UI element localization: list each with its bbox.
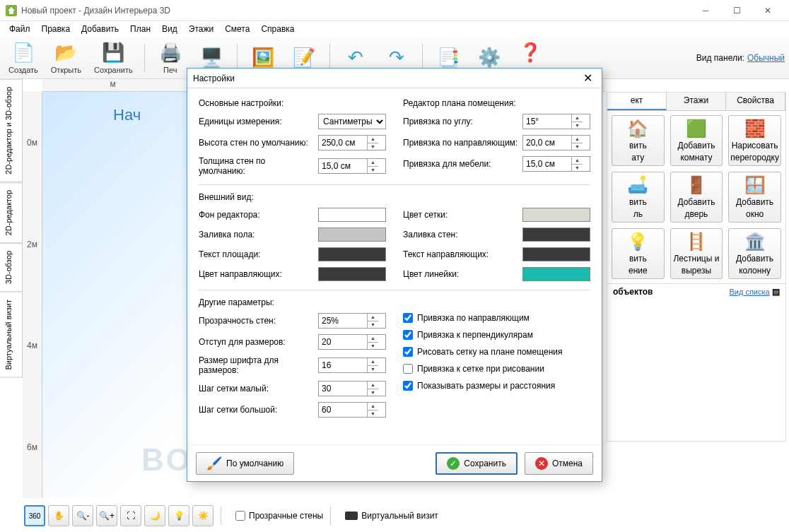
chk-snap-perp[interactable]: Привязка к перпендикулярам [403, 330, 590, 340]
spinner[interactable]: ▲▼ [367, 335, 378, 349]
tab-project[interactable]: ект [607, 93, 667, 110]
spinner[interactable]: ▲▼ [367, 314, 378, 328]
pal-add-furniture-partial[interactable]: 🛋️витьль [612, 172, 665, 223]
close-button[interactable]: ✕ [752, 0, 783, 21]
tab-floors[interactable]: Этажи [667, 93, 726, 110]
section-plan: Редактор плана помещения: [403, 98, 590, 108]
spinner[interactable]: ▲▼ [571, 114, 583, 129]
moon-icon: 🌙 [150, 511, 160, 521]
tab-properties[interactable]: Свойства [726, 93, 785, 110]
save-button[interactable]: ✓Сохранить [436, 452, 518, 475]
dialog-close-button[interactable]: ✕ [579, 70, 596, 87]
menu-floors[interactable]: Этажи [184, 23, 218, 35]
notes-button[interactable]: 📝 [286, 45, 322, 71]
pal-add-window[interactable]: 🪟Добавитьокно [728, 172, 781, 223]
grid-big-input[interactable]: ▲▼ [318, 402, 386, 418]
create-button[interactable]: 📄Создать [4, 40, 42, 76]
spinner[interactable]: ▲▼ [367, 403, 378, 417]
defaults-button[interactable]: 🖌️По умолчанию [196, 452, 294, 475]
list-view-link[interactable]: Вид списка [729, 288, 769, 296]
tab-2d[interactable]: 2D-редактор [0, 182, 23, 243]
spinner[interactable]: ▲▼ [367, 136, 378, 150]
room-icon: 🏠 [627, 119, 648, 138]
zoom-fit-button[interactable]: ⛶ [120, 505, 141, 526]
tab-3d[interactable]: 3D-обзор [0, 243, 23, 292]
pal-add-column[interactable]: 🏛️Добавитьколонну [728, 228, 781, 279]
dim-offset-input[interactable]: ▲▼ [318, 334, 386, 350]
undo-button[interactable]: ↶ [337, 45, 374, 71]
tab-virtual[interactable]: Виртуальный визит [0, 292, 23, 378]
pal-add-room[interactable]: 🟩Добавитькомнату [670, 115, 723, 166]
picture-icon: 🖼️ [252, 47, 274, 69]
grid-small-input[interactable]: ▲▼ [318, 381, 386, 396]
wall-thickness-input[interactable]: ▲▼ [318, 158, 386, 174]
pan-button[interactable]: ✋ [48, 505, 69, 526]
wall-fill-swatch[interactable] [522, 227, 590, 242]
catalog-body[interactable] [607, 300, 785, 441]
dialog-titlebar: Настройки ✕ [187, 69, 602, 88]
save-button[interactable]: 💾Сохранить [90, 40, 137, 76]
units-select[interactable]: Сантиметры [318, 114, 386, 129]
guide-text-swatch[interactable] [522, 247, 590, 261]
floor-color-swatch[interactable] [318, 227, 386, 242]
moon-button[interactable]: 🌙 [144, 505, 165, 526]
zoom-out-button[interactable]: 🔍- [72, 505, 93, 526]
snap-furniture-input[interactable]: ▲▼ [522, 156, 590, 172]
menu-plan[interactable]: План [125, 23, 156, 35]
menu-estimate[interactable]: Смета [220, 23, 255, 35]
panel-mode-link[interactable]: Обычный [747, 53, 785, 63]
menu-add[interactable]: Добавить [76, 23, 124, 35]
brush-icon: 🖌️ [206, 456, 222, 471]
new-file-icon: 📄 [12, 42, 35, 64]
wall-height-input[interactable]: ▲▼ [318, 135, 386, 150]
screen-button[interactable]: 🖥️ [193, 45, 230, 71]
print-button[interactable]: 🖨️Печ [152, 40, 189, 76]
spinner[interactable]: ▲▼ [367, 382, 378, 396]
spinner[interactable]: ▲▼ [367, 358, 378, 372]
virtual-visit-button[interactable]: Виртуальный визит [345, 511, 438, 521]
list-view-icon[interactable]: ▤ [772, 287, 780, 297]
open-button[interactable]: 📂Открыть [47, 40, 86, 76]
chk-snap-guides[interactable]: Привязка по направляющим [403, 313, 590, 323]
cancel-button[interactable]: ✕Отмена [525, 452, 593, 475]
zoom-in-button[interactable]: 🔍+ [96, 505, 117, 526]
snap-guide-input[interactable]: ▲▼ [522, 135, 590, 150]
maximize-button[interactable]: ☐ [721, 0, 752, 21]
transparent-walls-checkbox[interactable]: Прозрачные стены [235, 511, 323, 521]
chk-draw-grid[interactable]: Рисовать сетку на плане помещения [403, 347, 590, 357]
dim-font-input[interactable]: ▲▼ [318, 357, 386, 373]
tab-2d-3d[interactable]: 2D-редактор и 3D-обзор [0, 79, 23, 182]
help-icon: ❓ [519, 42, 542, 64]
snap-angle-input[interactable]: ▲▼ [522, 114, 590, 129]
spinner[interactable]: ▲▼ [367, 159, 378, 173]
spinner[interactable]: ▲▼ [571, 157, 583, 171]
pal-draw-partition[interactable]: 🧱Нарисоватьперегородку [728, 115, 781, 166]
menu-edit[interactable]: Правка [37, 23, 76, 35]
titlebar: Новый проект - Дизайн Интерьера 3D ─ ☐ ✕ [0, 0, 789, 21]
chk-show-dims[interactable]: Показывать размеры и расстояния [403, 381, 590, 391]
copy-button[interactable]: 📑 [430, 45, 467, 71]
menu-file[interactable]: Файл [4, 23, 35, 35]
settings-button[interactable]: ⚙️ [471, 45, 508, 71]
image-button[interactable]: 🖼️ [245, 45, 281, 71]
redo-button[interactable]: ↷ [378, 45, 415, 71]
guide-color-swatch[interactable] [318, 267, 386, 281]
pal-add-door[interactable]: 🚪Добавитьдверь [670, 172, 723, 223]
ruler-color-swatch[interactable] [522, 267, 590, 281]
view-360-button[interactable]: 360 [24, 505, 45, 526]
sun-button[interactable]: ☀️ [192, 505, 214, 526]
area-text-color-swatch[interactable] [318, 247, 386, 261]
section-other: Другие параметры: [199, 297, 590, 307]
menu-help[interactable]: Справка [256, 23, 299, 35]
bulb-button[interactable]: 💡 [168, 505, 189, 526]
chk-snap-grid[interactable]: Привязка к сетке при рисовании [403, 364, 590, 374]
minimize-button[interactable]: ─ [690, 0, 721, 21]
pal-add-room-partial[interactable]: 🏠витьату [612, 115, 665, 166]
bg-color-swatch[interactable] [318, 208, 386, 222]
pal-stairs[interactable]: 🪜Лестницы ивырезы [670, 228, 723, 279]
menu-view[interactable]: Вид [157, 23, 182, 35]
grid-color-swatch[interactable] [522, 208, 590, 222]
spinner[interactable]: ▲▼ [571, 136, 583, 150]
pal-add-lighting-partial[interactable]: 💡витьение [612, 228, 665, 279]
transparency-input[interactable]: ▲▼ [318, 313, 386, 329]
